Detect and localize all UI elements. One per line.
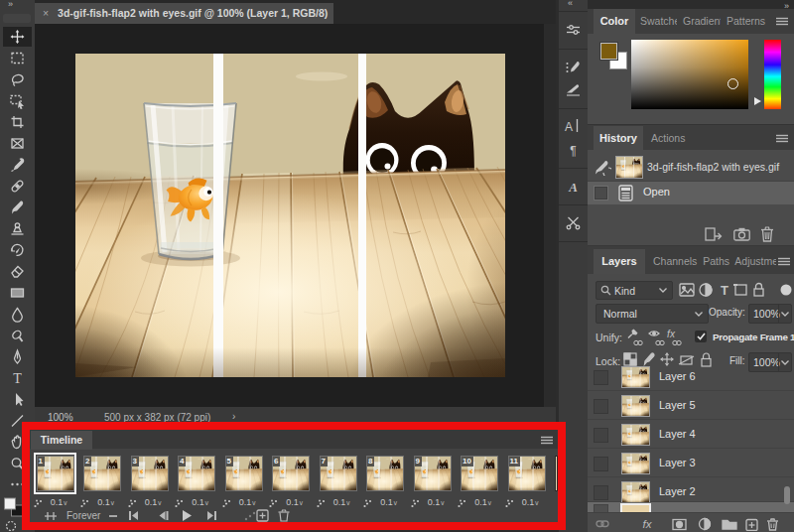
svg-text:A: A: [568, 180, 578, 195]
svg-text:fx: fx: [643, 518, 653, 530]
svg-text:fx: fx: [667, 329, 676, 339]
svg-text:T: T: [721, 283, 728, 298]
svg-text:A: A: [565, 120, 573, 134]
svg-text:¶: ¶: [570, 144, 576, 158]
svg-text:T: T: [13, 371, 22, 386]
